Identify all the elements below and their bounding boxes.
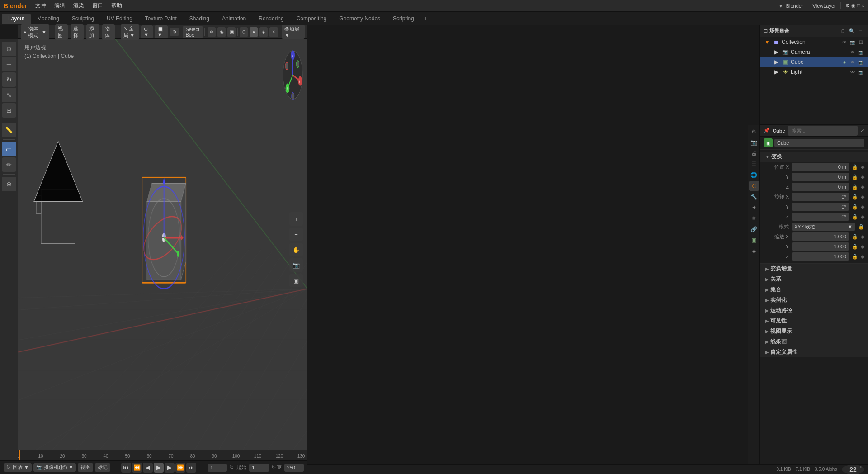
tab-scripting[interactable]: Scripting <box>387 14 420 24</box>
tab-animation[interactable]: Animation <box>216 14 252 24</box>
props-material-icon[interactable]: ◈ <box>749 246 759 256</box>
pivot-btn[interactable]: ⊕ ▼ <box>141 25 153 38</box>
frame-all-btn[interactable]: ▣ <box>289 274 303 287</box>
cube-vis-btn[interactable]: 👁 <box>849 58 856 66</box>
scale-z-lock[interactable]: 🔒 <box>852 254 858 260</box>
tab-texture-paint[interactable]: Texture Paint <box>139 14 183 24</box>
menu-help[interactable]: 帮助 <box>108 1 126 10</box>
location-x-anim[interactable]: ◆ <box>861 164 864 170</box>
collections-section[interactable]: ▶ 集合 <box>760 284 868 295</box>
show-gizmo-btn[interactable]: ⊕ <box>208 27 216 37</box>
props-fullscreen-icon[interactable]: ⤢ <box>860 128 864 133</box>
location-y-lock[interactable]: 🔒 <box>852 174 858 180</box>
transform-delta-section[interactable]: ▶ 变换增量 <box>760 264 868 274</box>
tool-rotate[interactable]: ↻ <box>2 72 16 87</box>
start-frame-field[interactable]: 1 <box>249 464 269 472</box>
tool-annotate[interactable]: ✏ <box>2 157 16 172</box>
rotation-y-lock[interactable]: 🔒 <box>852 204 858 210</box>
camera-render-btn[interactable]: 📷 <box>857 48 864 56</box>
tab-compositing[interactable]: Compositing <box>290 14 333 24</box>
end-frame-field[interactable]: 250 <box>284 464 304 472</box>
loop-icon[interactable]: ↻ <box>230 465 234 470</box>
outliner-item-cube[interactable]: ▶ ▣ Cube ◈ 👁 📷 <box>760 57 868 67</box>
scale-y-lock[interactable]: 🔒 <box>852 244 858 250</box>
light-vis-btn[interactable]: 👁 <box>849 68 856 76</box>
show-overlay-btn[interactable]: ◉ <box>217 27 226 37</box>
camera-view-btn[interactable]: 📷 <box>289 258 303 272</box>
tab-geometry-nodes[interactable]: Geometry Nodes <box>333 14 387 24</box>
view-menu-btn[interactable]: 视图 <box>55 24 68 40</box>
props-view-layer-icon[interactable]: ☰ <box>749 159 759 169</box>
scale-y-anim[interactable]: ◆ <box>861 244 864 250</box>
tool-transform[interactable]: ⊞ <box>2 103 16 118</box>
tab-shading[interactable]: Shading <box>183 14 216 24</box>
props-pin-icon[interactable]: 📌 <box>764 128 770 133</box>
pan-btn[interactable]: ✋ <box>289 243 303 256</box>
props-physics-icon[interactable]: ⚛ <box>749 213 759 223</box>
location-x-field[interactable]: 0 m <box>792 163 849 171</box>
collection-exclude-btn[interactable]: ☑ <box>857 38 864 46</box>
next-frame-btn[interactable]: ▶ <box>165 463 175 473</box>
scene-name[interactable]: Blender <box>786 3 803 9</box>
rotation-x-field[interactable]: 0° <box>792 193 849 201</box>
camera-vis-btn[interactable]: 👁 <box>849 48 856 56</box>
tab-rendering[interactable]: Rendering <box>252 14 290 24</box>
outliner-item-camera[interactable]: ▶ 📷 Camera 👁 📷 <box>760 47 868 57</box>
location-x-lock[interactable]: 🔒 <box>852 164 858 170</box>
rotation-y-anim[interactable]: ◆ <box>861 204 864 210</box>
snap-btn[interactable]: 🔲 ▼ <box>155 25 168 38</box>
outliner-search-btn[interactable]: 🔍 <box>848 28 855 35</box>
outliner-item-collection[interactable]: ▼ ◼ Collection 👁 📷 ☑ <box>760 37 868 47</box>
scale-y-field[interactable]: 1.000 <box>792 242 849 251</box>
zoom-in-btn[interactable]: + <box>289 212 303 226</box>
props-output-icon[interactable]: 🖨 <box>749 148 759 158</box>
instancing-section[interactable]: ▶ 实例化 <box>760 295 868 305</box>
add-menu-btn[interactable]: 添加 <box>86 24 99 40</box>
shading-render-btn[interactable]: ☀ <box>269 27 278 37</box>
location-z-field[interactable]: 0 m <box>792 183 849 191</box>
object-name-field[interactable]: Cube <box>774 139 864 147</box>
prev-frame-btn[interactable]: ◀ <box>143 463 153 473</box>
scale-z-field[interactable]: 1.000 <box>792 252 849 261</box>
transform-section-header[interactable]: ▼ 变换 <box>760 152 868 162</box>
viewport-scale-btn[interactable]: ⤡ 全局 ▼ <box>121 24 139 40</box>
scale-x-field[interactable]: 1.000 <box>792 232 849 241</box>
collection-render-btn[interactable]: 📷 <box>849 38 856 46</box>
props-render-icon[interactable]: 📷 <box>749 137 759 147</box>
select-menu-btn[interactable]: 选择 <box>71 24 84 40</box>
play-btn[interactable]: ▶ <box>154 463 164 473</box>
next-keyframe-btn[interactable]: ⏩ <box>175 463 185 473</box>
properties-search[interactable] <box>788 126 858 136</box>
tool-measure[interactable]: 📏 <box>2 123 16 137</box>
props-scene-icon[interactable]: ⚙ <box>749 127 759 137</box>
tool-box-select[interactable]: ▭ <box>2 142 16 156</box>
collection-vis-btn[interactable]: 👁 <box>841 38 848 46</box>
cube-render-btn[interactable]: 📷 <box>857 58 864 66</box>
rotation-mode-lock[interactable]: 🔒 <box>858 224 864 230</box>
light-render-btn[interactable]: 📷 <box>857 68 864 76</box>
menu-render[interactable]: 渲染 <box>70 1 88 10</box>
shading-wire-btn[interactable]: ⬡ <box>240 27 248 37</box>
show-xray-btn[interactable]: ▣ <box>227 27 236 37</box>
render-engine[interactable]: ViewLayer <box>813 3 836 9</box>
location-y-anim[interactable]: ◆ <box>861 174 864 180</box>
motion-paths-section[interactable]: ▶ 运动路径 <box>760 305 868 316</box>
viewport-display-section[interactable]: ▶ 视图显示 <box>760 326 868 337</box>
current-frame-field[interactable]: 1 <box>208 464 227 472</box>
custom-properties-section[interactable]: ▶ 自定义属性 <box>760 347 868 357</box>
object-mode-btn[interactable]: ● 物体模式 ▼ <box>21 24 49 40</box>
menu-window[interactable]: 窗口 <box>89 1 107 10</box>
object-menu-btn[interactable]: 物体 <box>102 24 115 40</box>
overlay-options-btn[interactable]: 叠加层 ▼ <box>282 25 305 39</box>
props-object-data-icon[interactable]: ▣ <box>749 235 759 245</box>
scale-x-lock[interactable]: 🔒 <box>852 234 858 240</box>
outliner-filter-btn[interactable]: ⬡ <box>839 28 846 35</box>
tool-add[interactable]: ⊕ <box>2 177 16 191</box>
props-world-icon[interactable]: 🌐 <box>749 170 759 180</box>
location-z-lock[interactable]: 🔒 <box>852 184 858 190</box>
rotation-mode-dropdown[interactable]: XYZ 欧拉 ▼ <box>792 223 855 231</box>
timeline-type-btn[interactable]: ▷ 回放 ▼ <box>4 463 32 472</box>
rotation-z-field[interactable]: 0° <box>792 213 849 221</box>
tab-uv-editing[interactable]: UV Editing <box>100 14 139 24</box>
rotation-x-anim[interactable]: ◆ <box>861 194 864 200</box>
